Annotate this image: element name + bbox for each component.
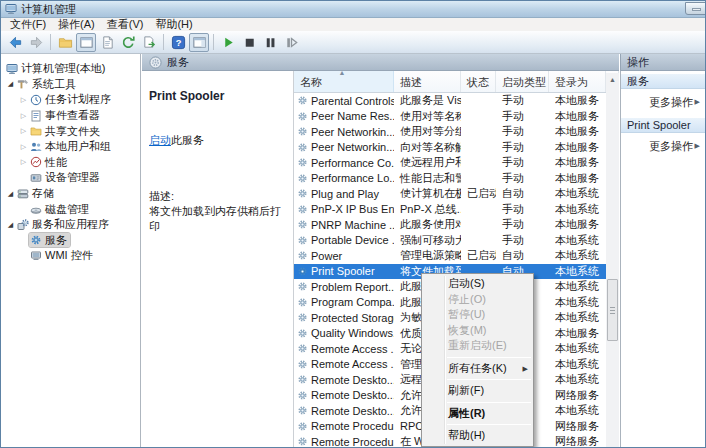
expanded-triangle-icon[interactable]: ◢ — [5, 190, 16, 198]
folder-button[interactable] — [55, 33, 75, 52]
tree-item-label-wrap[interactable]: 存储 — [16, 187, 57, 201]
expanded-triangle-icon[interactable]: ◢ — [5, 221, 16, 229]
menu-f[interactable]: 文件(F) — [4, 18, 52, 31]
console-window-button[interactable] — [76, 33, 96, 52]
menu-v[interactable]: 查看(V) — [101, 18, 150, 31]
column-header-0[interactable]: ▲名称 — [294, 71, 394, 92]
service-row-performancelo[interactable]: Performance Lo...性能日志和警...手动本地服务 — [294, 171, 606, 187]
tree-item-系统工具[interactable]: ◢系统工具 — [1, 77, 140, 93]
column-header-3[interactable]: 启动类型 — [496, 71, 549, 92]
column-header-4[interactable]: 登录为 — [549, 71, 606, 92]
tree-item-label-wrap[interactable]: 磁盘管理 — [29, 202, 92, 216]
collapsed-triangle-icon[interactable]: ▷ — [18, 127, 29, 135]
action-section-print-spooler[interactable]: Print Spooler — [621, 117, 705, 133]
gear-sm-icon — [297, 328, 308, 339]
help-button[interactable]: ? — [168, 33, 188, 52]
tree-item-服务[interactable]: 服务 — [1, 233, 140, 249]
context-menu-label: 属性(R) — [448, 407, 485, 419]
more-actions-item[interactable]: 更多操作▶ — [621, 89, 705, 115]
service-row-plugandplay[interactable]: Plug and Play使计算机在极...已启动自动本地系统 — [294, 186, 606, 202]
tree-item-label-wrap[interactable]: 任务计划程序 — [29, 93, 114, 107]
context-menu-停止o: 停止(O) — [422, 292, 533, 308]
gear-sm-icon — [297, 250, 308, 261]
collapsed-triangle-icon[interactable]: ▷ — [18, 158, 29, 166]
service-row-power[interactable]: Power管理电源策略...已启动自动本地系统 — [294, 248, 606, 264]
service-row-performanceco[interactable]: Performance Co...使远程用户和...手动本地服务 — [294, 155, 606, 171]
tree-item-label-wrap[interactable]: 计算机管理(本地) — [5, 62, 108, 76]
column-header-label: 登录为 — [555, 76, 588, 88]
expanded-triangle-icon[interactable]: ◢ — [5, 80, 16, 88]
context-menu-属性r[interactable]: 属性(R) — [422, 406, 533, 422]
context-menu-label: 暂停(U) — [448, 308, 485, 320]
tree-item-label-wrap[interactable]: 共享文件夹 — [29, 124, 103, 138]
collapsed-triangle-icon[interactable]: ▷ — [18, 112, 29, 120]
tree-item-共享文件夹[interactable]: ▷共享文件夹 — [1, 123, 140, 139]
context-menu-刷新f[interactable]: 刷新(F) — [422, 383, 533, 399]
tree-item-label-wrap[interactable]: 性能 — [29, 155, 70, 169]
context-menu-label: 帮助(H) — [448, 429, 485, 441]
scrollbar-up-icon[interactable]: ▲ — [606, 73, 619, 86]
tree-item-WMI控件[interactable]: WMI 控件 — [1, 248, 140, 264]
column-header-1[interactable]: 描述 — [394, 71, 461, 92]
tree-item-label-wrap[interactable]: 服务和应用程序 — [16, 218, 112, 232]
service-row-parentalcontrols[interactable]: Parental Controls此服务是 Vis...手动本地服务 — [294, 93, 606, 109]
menu-h[interactable]: 帮助(H) — [149, 18, 198, 31]
tree-item-label-wrap[interactable]: WMI 控件 — [29, 249, 96, 263]
tree-item-存储[interactable]: ◢存储 — [1, 186, 140, 202]
play-service-button[interactable] — [218, 33, 238, 52]
collapsed-triangle-icon[interactable]: ▷ — [18, 143, 29, 151]
refresh-button[interactable] — [118, 33, 138, 52]
column-header-2[interactable]: 状态 — [461, 71, 496, 92]
back-arrow-button[interactable] — [5, 33, 25, 52]
service-status: 已启动 — [461, 186, 496, 201]
more-actions-item[interactable]: 更多操作▶ — [621, 133, 705, 159]
resume-service-button[interactable] — [281, 33, 301, 52]
tree-item-服务和应用程序[interactable]: ◢服务和应用程序 — [1, 217, 140, 233]
tree-item-label-wrap[interactable]: 服务 — [29, 233, 70, 247]
service-name: Remote Access ... — [311, 358, 394, 370]
service-row-peernetworkin[interactable]: Peer Networkin...使用对等分组...手动本地服务 — [294, 124, 606, 140]
action-pane-button[interactable] — [189, 33, 209, 52]
service-name: Parental Controls — [311, 95, 394, 107]
tree-item-任务计划程序[interactable]: ▷任务计划程序 — [1, 92, 140, 108]
stop-service-button[interactable] — [239, 33, 259, 52]
context-menu-label: 重新启动(E) — [448, 339, 507, 351]
tree-item-label-wrap[interactable]: 系统工具 — [16, 77, 79, 91]
context-menu-所有任务k[interactable]: 所有任务(K)▶ — [422, 361, 533, 377]
tree-item-label: 系统工具 — [32, 77, 76, 92]
gear-sm-icon — [297, 126, 308, 137]
service-startup-type: 自动 — [496, 186, 549, 201]
tree-item-性能[interactable]: ▷性能 — [1, 155, 140, 171]
start-service-link[interactable]: 启动 — [149, 134, 171, 146]
scrollbar-thumb[interactable] — [607, 279, 618, 341]
service-row-peernetworkin[interactable]: Peer Networkin...向对等名称解...手动本地服务 — [294, 140, 606, 156]
refresh-icon — [121, 35, 136, 50]
menu-a[interactable]: 操作(A) — [52, 18, 101, 31]
column-header-label: 状态 — [467, 76, 489, 88]
tree-item-label-wrap[interactable]: 本地用户和组 — [29, 140, 114, 154]
context-menu-帮助h[interactable]: 帮助(H) — [422, 428, 533, 444]
gear-sm-icon — [297, 359, 308, 370]
tree-item-磁盘管理[interactable]: 磁盘管理 — [1, 201, 140, 217]
service-row-pnrpmachine[interactable]: PNRP Machine ...此服务使用对...手动本地服务 — [294, 217, 606, 233]
gear-sm-icon — [297, 374, 308, 385]
action-section-服务[interactable]: 服务 — [621, 73, 705, 89]
service-row-pnpxipbusen[interactable]: PnP-X IP Bus En...PnP-X 总线...手动本地系统 — [294, 202, 606, 218]
submenu-arrow-icon: ▶ — [523, 361, 528, 377]
context-menu-启动s[interactable]: 启动(S) — [422, 276, 533, 292]
service-name: Plug and Play — [311, 188, 379, 200]
tree-item-本地用户和组[interactable]: ▷本地用户和组 — [1, 139, 140, 155]
tree-item-设备管理器[interactable]: 设备管理器 — [1, 170, 140, 186]
service-row-peernameres[interactable]: Peer Name Res...使用对等名称...手动本地服务 — [294, 109, 606, 125]
pause-service-button[interactable] — [260, 33, 280, 52]
tree-item-label-wrap[interactable]: 设备管理器 — [29, 171, 103, 185]
export-button[interactable] — [139, 33, 159, 52]
list-scrollbar[interactable]: ▲ — [606, 73, 619, 447]
document-button[interactable] — [97, 33, 117, 52]
minimize-button[interactable] — [685, 2, 706, 15]
collapsed-triangle-icon[interactable]: ▷ — [18, 96, 29, 104]
tree-item-label-wrap[interactable]: 事件查看器 — [29, 109, 103, 123]
tree-item-事件查看器[interactable]: ▷事件查看器 — [1, 108, 140, 124]
service-row-portabledevice[interactable]: Portable Device ...强制可移动大...手动本地系统 — [294, 233, 606, 249]
tree-item-计算机管理本地[interactable]: 计算机管理(本地) — [1, 61, 140, 77]
